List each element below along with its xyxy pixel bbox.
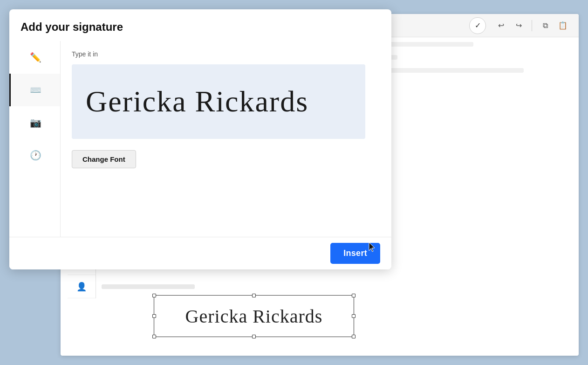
redo-button[interactable]: ↪ [512,19,525,32]
signature-in-document: Gericka Rickards [154,295,354,337]
resize-handle-bm[interactable] [252,335,256,338]
resize-handle-br[interactable] [352,335,356,338]
redo-icon: ↪ [516,21,522,30]
paste-icon: 📋 [558,21,567,30]
modal-footer: Insert [9,237,391,269]
resize-handle-rm[interactable] [352,314,356,318]
bg-line-2 [102,284,195,289]
insert-button[interactable]: Insert [330,243,380,264]
signature-preview-text: Gericka Rickards [86,84,308,119]
camera-icon: 📷 [30,117,41,128]
keyboard-icon: ⌨️ [30,84,41,96]
checkmark-button[interactable]: ✓ [469,17,486,34]
copy-button[interactable]: ⧉ [539,19,552,32]
sidebar-item-type[interactable]: ⌨️ [9,74,60,106]
sidebar-item-upload[interactable]: 📷 [9,106,60,139]
resize-handle-lm[interactable] [152,314,156,318]
clock-icon: 🕐 [30,150,41,161]
resize-handle-bl[interactable] [152,335,156,338]
change-font-button[interactable]: Change Font [72,150,136,168]
modal-title: Add your signature [21,21,380,34]
modal-dialog: Add your signature ✏️ ⌨️ 📷 🕐 Type it in … [9,9,391,269]
modal-sidebar: ✏️ ⌨️ 📷 🕐 [9,41,61,237]
sidebar-item-saved[interactable]: 🕐 [9,139,60,172]
paste-button[interactable]: 📋 [556,19,569,32]
resize-handle-tm[interactable] [252,294,256,297]
sidebar-item-draw[interactable]: ✏️ [9,41,60,74]
modal-content-area: Type it in Gericka Rickards Change Font [61,41,391,237]
section-label: Type it in [72,50,380,58]
modal-body: ✏️ ⌨️ 📷 🕐 Type it in Gericka Rickards Ch… [9,41,391,237]
modal-header: Add your signature [9,9,391,41]
checkmark-icon: ✓ [475,21,481,30]
signature-box: Gericka Rickards [154,295,354,337]
resize-handle-tl[interactable] [152,294,156,297]
toolbar-divider [532,20,532,31]
signature-text-doc: Gericka Rickards [185,305,323,327]
signature-preview: Gericka Rickards [72,64,365,139]
undo-button[interactable]: ↩ [494,19,507,32]
copy-icon: ⧉ [543,21,548,30]
resize-handle-tr[interactable] [352,294,356,297]
pen-icon: ✏️ [30,52,41,63]
bg-sidebar-user: 👤 [68,275,96,298]
undo-icon: ↩ [498,21,504,30]
